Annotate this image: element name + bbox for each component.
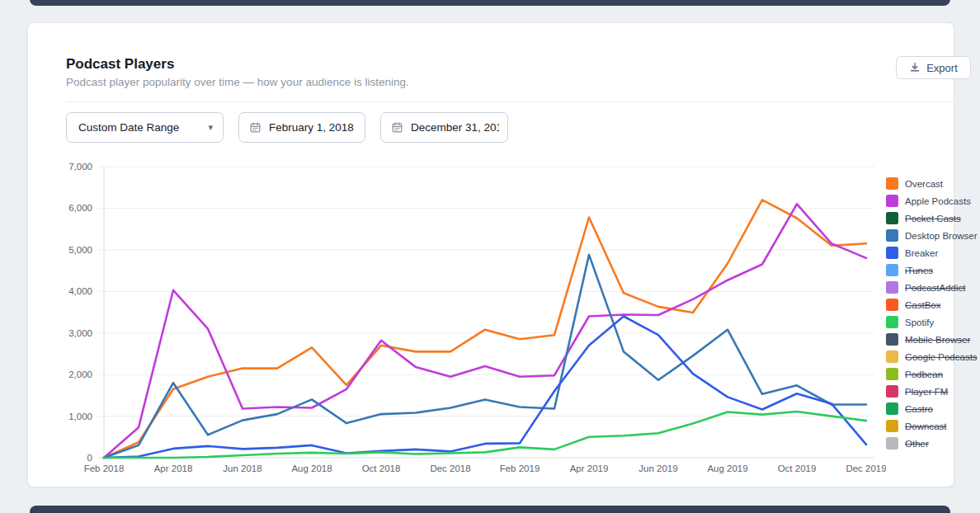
legend-swatch-breaker: [886, 247, 898, 259]
legend-label-desktop-browser: Desktop Browser: [905, 231, 978, 241]
legend-item-spotify[interactable]: Spotify: [886, 313, 934, 331]
line-chart: 01,0002,0003,0004,0005,0006,0007,000Feb …: [61, 159, 886, 482]
legend-label-other: Other: [905, 439, 929, 449]
start-date-input[interactable]: February 1, 2018: [238, 112, 365, 143]
legend-swatch-castro: [886, 402, 898, 415]
legend-swatch-itunes: [886, 264, 898, 276]
header-divider: [66, 101, 971, 102]
y-axis-tick-label: 5,000: [68, 245, 92, 255]
legend-item-desktop-browser[interactable]: Desktop Browser: [886, 227, 978, 244]
legend-item-pocket-casts[interactable]: Pocket Casts: [886, 209, 961, 227]
start-date-value: February 1, 2018: [269, 121, 354, 134]
x-axis-tick-label: Oct 2019: [778, 464, 817, 473]
legend-item-other[interactable]: Other: [886, 435, 929, 452]
series-line-breaker: [104, 317, 866, 459]
y-axis-tick-label: 1,000: [68, 412, 92, 421]
legend-item-castbox[interactable]: CastBox: [886, 296, 940, 313]
x-axis-tick-label: Aug 2019: [707, 464, 747, 473]
adjacent-card-bottom-edge: [30, 506, 950, 513]
legend-label-castro: Castro: [905, 404, 933, 414]
legend-label-pocket-casts: Pocket Casts: [905, 214, 961, 224]
series-line-desktop-browser: [104, 255, 866, 458]
export-button[interactable]: Export: [896, 56, 971, 79]
legend-label-podbean: Podbean: [905, 369, 943, 379]
legend-label-castbox: CastBox: [905, 300, 940, 310]
legend-item-apple-podcasts[interactable]: Apple Podcasts: [886, 192, 971, 209]
date-range-label: Custom Date Range: [78, 121, 203, 134]
legend-label-spotify: Spotify: [905, 318, 934, 327]
legend-swatch-other: [886, 437, 898, 449]
legend-swatch-mobile-browser: [886, 333, 898, 346]
y-axis-tick-label: 4,000: [68, 286, 92, 296]
legend-item-podcastaddict[interactable]: PodcastAddict: [886, 279, 966, 296]
x-axis-tick-label: Dec 2018: [430, 464, 470, 473]
legend-swatch-spotify: [886, 316, 898, 328]
series-line-overcast: [104, 200, 866, 458]
legend-swatch-google-podcasts: [886, 351, 898, 363]
legend-item-breaker[interactable]: Breaker: [886, 244, 938, 261]
legend-label-podcastaddict: PodcastAddict: [905, 283, 966, 293]
legend-label-overcast: Overcast: [905, 179, 943, 189]
legend-label-mobile-browser: Mobile Browser: [905, 335, 970, 345]
x-axis-tick-label: Apr 2019: [570, 464, 609, 473]
series-line-spotify: [104, 412, 866, 458]
legend-swatch-player-fm: [886, 385, 898, 398]
legend-item-overcast[interactable]: Overcast: [886, 175, 943, 192]
x-axis-tick-label: Feb 2019: [500, 464, 540, 473]
legend-item-castro[interactable]: Castro: [886, 400, 933, 417]
legend-label-downcast: Downcast: [905, 421, 947, 431]
legend-item-player-fm[interactable]: Player FM: [886, 383, 948, 400]
legend-label-player-fm: Player FM: [905, 387, 948, 397]
legend-swatch-downcast: [886, 420, 898, 432]
end-date-value: December 31, 2019: [411, 121, 499, 134]
legend-swatch-castbox: [886, 299, 898, 311]
legend-swatch-desktop-browser: [886, 229, 898, 242]
legend-item-google-podcasts[interactable]: Google Podcasts: [886, 348, 978, 365]
x-axis-tick-label: Jun 2018: [223, 464, 261, 473]
date-range-select[interactable]: Custom Date Range ▾: [66, 112, 224, 143]
x-axis-tick-label: Aug 2018: [291, 464, 332, 473]
x-axis-tick-label: Jun 2019: [638, 464, 677, 473]
calendar-icon: [249, 121, 261, 134]
y-axis-tick-label: 3,000: [68, 328, 92, 338]
y-axis-tick-label: 6,000: [68, 203, 92, 213]
x-axis-tick-label: Dec 2019: [846, 464, 886, 473]
page-title: Podcast Players: [66, 56, 174, 73]
legend-swatch-podbean: [886, 368, 898, 380]
download-icon: [909, 62, 921, 73]
y-axis-tick-label: 7,000: [68, 162, 92, 172]
legend-item-mobile-browser[interactable]: Mobile Browser: [886, 331, 970, 348]
end-date-input[interactable]: December 31, 2019: [380, 112, 508, 143]
y-axis-tick-label: 2,000: [68, 369, 92, 379]
calendar-icon: [391, 121, 403, 134]
y-axis-tick-label: 0: [87, 453, 92, 463]
legend-swatch-apple-podcasts: [886, 195, 898, 207]
legend-item-podbean[interactable]: Podbean: [886, 365, 943, 383]
chevron-down-icon: ▾: [208, 122, 213, 133]
podcast-players-card: Podcast Players Podcast player popularit…: [27, 22, 954, 487]
legend-label-itunes: iTunes: [905, 266, 933, 275]
page-subtitle: Podcast player popularity over time — ho…: [66, 76, 409, 88]
export-label: Export: [926, 62, 958, 74]
legend-label-google-podcasts: Google Podcasts: [905, 352, 978, 362]
x-axis-tick-label: Oct 2018: [362, 464, 401, 473]
page: Podcast Players Podcast player popularit…: [0, 0, 980, 513]
legend-item-itunes[interactable]: iTunes: [886, 261, 933, 279]
x-axis-tick-label: Feb 2018: [84, 464, 125, 473]
adjacent-card-top-edge: [30, 0, 950, 6]
legend-label-breaker: Breaker: [905, 248, 938, 258]
x-axis-tick-label: Apr 2018: [154, 464, 193, 473]
legend-swatch-overcast: [886, 177, 898, 190]
legend-swatch-podcastaddict: [886, 281, 898, 294]
legend-swatch-pocket-casts: [886, 212, 898, 224]
legend-label-apple-podcasts: Apple Podcasts: [905, 196, 971, 206]
legend-item-downcast[interactable]: Downcast: [886, 417, 947, 435]
